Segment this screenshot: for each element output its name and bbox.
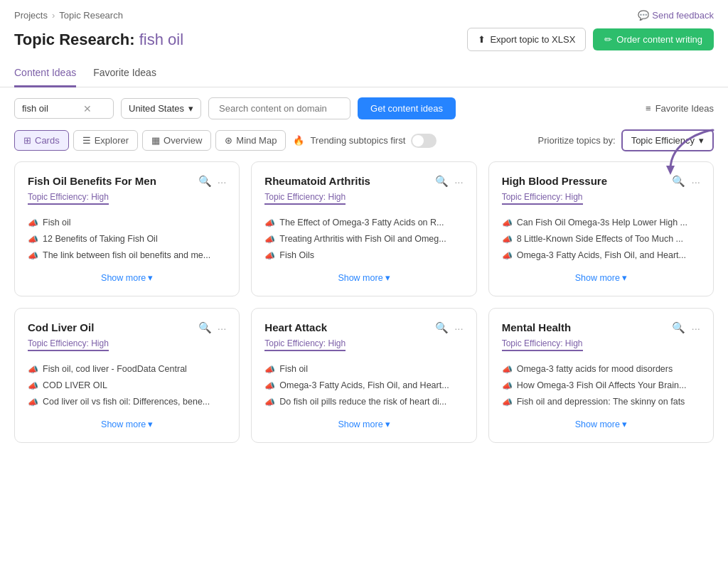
cards-icon: ⊞	[23, 135, 31, 146]
megaphone-icon: 📣	[502, 365, 513, 375]
export-button[interactable]: ⬆ Export topic to XLSX	[467, 28, 586, 51]
prioritize-label: Prioritize topics by:	[538, 135, 616, 146]
topic-efficiency-badge: Topic Efficiency: High	[502, 338, 583, 351]
card-actions: 🔍 ···	[435, 321, 464, 334]
controls-bar: ✕ United States ▾ Get content ideas ≡ Fa…	[0, 87, 728, 129]
feedback-label: Send feedback	[652, 10, 714, 21]
page-title: Topic Research: fish oil	[14, 31, 183, 49]
megaphone-icon: 📣	[28, 397, 38, 407]
page-title-accent: fish oil	[139, 31, 183, 48]
list-item: 📣 Fish oil	[264, 361, 463, 378]
card-items-list: 📣 Omega-3 fatty acids for mood disorders…	[502, 361, 700, 410]
megaphone-icon: 📣	[28, 235, 38, 245]
chevron-down-icon: ▾	[188, 103, 193, 114]
export-label: Export topic to XLSX	[490, 34, 575, 45]
card-header: Rheumatoid Arthritis 🔍 ···	[264, 175, 463, 188]
view-mind-map-button[interactable]: ⊛ Mind Map	[215, 130, 286, 151]
card-items-list: 📣 Can Fish Oil Omega-3s Help Lower High …	[502, 215, 700, 264]
show-more-button[interactable]: Show more ▾	[264, 419, 463, 429]
feedback-icon: 💬	[638, 10, 649, 21]
cards-label: Cards	[35, 135, 60, 146]
card-fish-oil-benefits: Fish Oil Benefits For Men 🔍 ··· Topic Ef…	[14, 161, 240, 296]
get-ideas-label: Get content ideas	[370, 103, 443, 114]
show-more-button[interactable]: Show more ▾	[502, 419, 700, 429]
search-card-icon[interactable]: 🔍	[198, 175, 212, 188]
view-overview-button[interactable]: ▦ Overview	[142, 130, 211, 151]
search-card-icon[interactable]: 🔍	[435, 321, 449, 334]
show-more-button[interactable]: Show more ▾	[502, 272, 700, 283]
card-actions: 🔍 ···	[672, 321, 700, 334]
card-title: Mental Health	[502, 321, 673, 333]
view-explorer-button[interactable]: ☰ Explorer	[73, 130, 138, 151]
send-feedback-button[interactable]: 💬 Send feedback	[638, 10, 714, 21]
prioritize-dropdown[interactable]: Topic Efficiency ▾	[621, 129, 714, 151]
megaphone-icon: 📣	[502, 218, 513, 228]
more-options-icon[interactable]: ···	[454, 176, 464, 188]
more-options-icon[interactable]: ···	[218, 176, 227, 188]
favorite-ideas-button[interactable]: ≡ Favorite Ideas	[646, 103, 714, 114]
keyword-input-wrap[interactable]: ✕	[14, 98, 114, 119]
clear-keyword-icon[interactable]: ✕	[83, 104, 92, 114]
megaphone-icon: 📣	[264, 235, 275, 245]
card-actions: 🔍 ···	[198, 175, 227, 188]
topic-efficiency-badge: Topic Efficiency: High	[28, 338, 109, 351]
more-options-icon[interactable]: ···	[454, 322, 464, 334]
top-actions: ⬆ Export topic to XLSX ✏ Order content w…	[467, 28, 714, 51]
search-card-icon[interactable]: 🔍	[672, 175, 685, 188]
chevron-down-icon: ▾	[622, 272, 627, 283]
overview-icon: ▦	[151, 135, 160, 146]
overview-label: Overview	[164, 135, 202, 146]
country-dropdown[interactable]: United States ▾	[121, 98, 201, 119]
show-more-button[interactable]: Show more ▾	[28, 419, 226, 429]
chevron-down-icon: ▾	[385, 419, 390, 429]
show-more-button[interactable]: Show more ▾	[28, 272, 226, 283]
card-heart-attack: Heart Attack 🔍 ··· Topic Efficiency: Hig…	[251, 308, 476, 443]
list-item: 📣 How Omega-3 Fish Oil Affects Your Brai…	[502, 378, 700, 394]
megaphone-icon: 📣	[264, 397, 275, 407]
more-options-icon[interactable]: ···	[218, 322, 227, 334]
search-card-icon[interactable]: 🔍	[198, 321, 212, 334]
list-item: 📣 Omega-3 fatty acids for mood disorders	[502, 361, 700, 378]
chevron-down-icon: ▾	[622, 419, 627, 429]
chevron-down-icon: ▾	[148, 419, 153, 429]
order-writing-button[interactable]: ✏ Order content writing	[593, 28, 714, 50]
card-header: Heart Attack 🔍 ···	[264, 321, 463, 334]
topic-efficiency-badge: Topic Efficiency: High	[264, 192, 346, 205]
domain-search-input[interactable]	[208, 97, 350, 119]
megaphone-icon: 📣	[502, 397, 513, 407]
tab-content-ideas[interactable]: Content Ideas	[14, 60, 76, 87]
prioritize-wrap: Prioritize topics by: Topic Efficiency ▾	[538, 129, 714, 151]
megaphone-icon: 📣	[28, 251, 38, 261]
chevron-down-icon: ▾	[385, 272, 390, 283]
country-value: United States	[129, 103, 184, 114]
search-card-icon[interactable]: 🔍	[672, 321, 685, 334]
card-rheumatoid-arthritis: Rheumatoid Arthritis 🔍 ··· Topic Efficie…	[251, 161, 476, 296]
more-options-icon[interactable]: ···	[691, 176, 700, 188]
breadcrumb-topic-research[interactable]: Topic Research	[59, 10, 123, 21]
get-content-ideas-button[interactable]: Get content ideas	[358, 97, 456, 119]
search-card-icon[interactable]: 🔍	[435, 175, 449, 188]
card-header: Mental Health 🔍 ···	[502, 321, 700, 334]
megaphone-icon: 📣	[502, 381, 513, 391]
list-item: 📣 Omega-3 Fatty Acids, Fish Oil, and Hea…	[264, 378, 463, 394]
flame-icon: 🔥	[293, 135, 304, 146]
svg-marker-0	[666, 166, 675, 175]
card-title: Rheumatoid Arthritis	[264, 175, 435, 187]
top-bar: Topic Research: fish oil ⬆ Export topic …	[0, 23, 728, 60]
megaphone-icon: 📣	[28, 365, 38, 375]
list-item: 📣 Omega-3 Fatty Acids, Fish Oil, and Hea…	[502, 247, 700, 264]
topic-efficiency-badge: Topic Efficiency: High	[264, 338, 346, 351]
megaphone-icon: 📣	[264, 251, 275, 261]
list-item: 📣 Fish Oils	[264, 247, 463, 264]
list-item: 📣 Cod liver oil vs fish oil: Differences…	[28, 394, 226, 410]
more-options-icon[interactable]: ···	[691, 322, 700, 334]
breadcrumb-projects[interactable]: Projects	[14, 10, 48, 21]
view-cards-button[interactable]: ⊞ Cards	[14, 130, 69, 151]
list-item: 📣 The Effect of Omega-3 Fatty Acids on R…	[264, 215, 463, 231]
card-cod-liver-oil: Cod Liver Oil 🔍 ··· Topic Efficiency: Hi…	[14, 308, 240, 443]
tab-favorite-ideas[interactable]: Favorite Ideas	[93, 60, 156, 87]
show-more-button[interactable]: Show more ▾	[264, 272, 463, 283]
keyword-input[interactable]	[22, 103, 79, 114]
favorite-ideas-label: Favorite Ideas	[655, 103, 714, 114]
trending-toggle[interactable]	[411, 134, 437, 148]
